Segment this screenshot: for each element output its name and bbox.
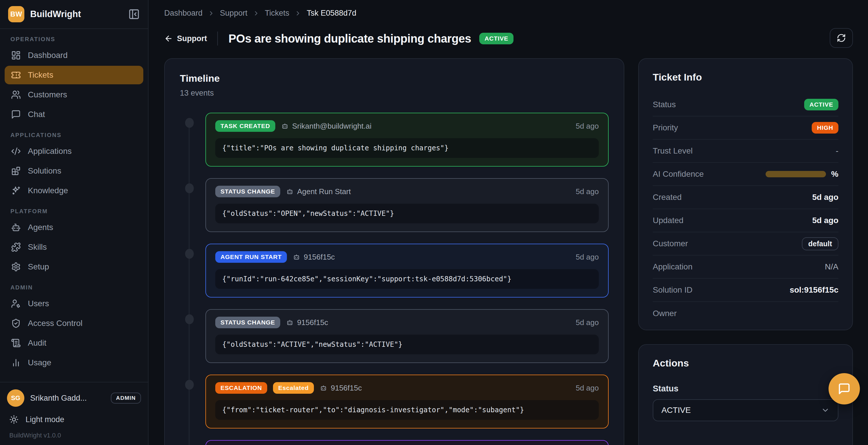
ticket-info-title: Ticket Info: [653, 72, 838, 83]
status-badge: ACTIVE: [804, 99, 838, 110]
app-name: BuildWright: [30, 9, 122, 20]
sidebar-item-label: Access Control: [28, 319, 83, 328]
app-root: BW BuildWright OPERATIONS Dashboard Tick…: [0, 0, 868, 445]
breadcrumb-support[interactable]: Support: [220, 9, 247, 18]
sidebar-item-label: Chat: [28, 110, 45, 119]
bot-icon: [281, 122, 289, 130]
event-time: 5d ago: [576, 187, 599, 196]
sidebar-item-label: Applications: [28, 147, 72, 156]
user-menu[interactable]: SG Srikanth Gadd... ADMIN: [7, 389, 141, 407]
nav-section-platform: PLATFORM: [5, 208, 143, 215]
sidebar-item-label: Customers: [28, 90, 67, 99]
avatar: SG: [7, 389, 24, 407]
back-button-label: Support: [177, 34, 207, 43]
event-time: 5d ago: [576, 122, 599, 131]
sidebar-item-setup[interactable]: Setup: [5, 258, 143, 276]
status-field-label: Status: [653, 384, 838, 393]
info-row-status: Status ACTIVE: [653, 93, 838, 116]
chat-bubble-icon: [838, 382, 850, 395]
app-logo: BW: [8, 6, 24, 22]
back-button[interactable]: Support: [164, 34, 207, 43]
event-type-badge: AGENT RUN START: [215, 251, 287, 263]
user-name: Srikanth Gadd...: [30, 394, 105, 403]
timeline-count: 13 events: [180, 89, 609, 98]
users-icon: [11, 90, 21, 100]
info-row-priority: Priority HIGH: [653, 116, 838, 140]
breadcrumb-tickets[interactable]: Tickets: [265, 9, 289, 18]
sidebar-item-agents[interactable]: Agents: [5, 218, 143, 237]
sidebar-item-customers[interactable]: Customers: [5, 85, 143, 104]
sidebar-item-usage[interactable]: Usage: [5, 353, 143, 372]
sidebar-item-tickets[interactable]: Tickets: [5, 66, 143, 84]
event-actor: 9156f15c: [304, 253, 335, 262]
event-type-badge: STATUS CHANGE: [215, 186, 280, 197]
sidebar-header: BW BuildWright: [0, 0, 148, 29]
chevron-right-icon: [253, 10, 260, 17]
breadcrumb-dashboard[interactable]: Dashboard: [164, 9, 203, 18]
event-type-badge: ESCALATION: [215, 382, 267, 394]
shield-check-icon: [11, 318, 21, 328]
ticket-info-panel: Ticket Info Status ACTIVE Priority HIGH …: [638, 58, 853, 330]
event-payload: {"oldStatus":"OPEN","newStatus":"ACTIVE"…: [215, 204, 599, 224]
info-row-solution-id: Solution ID sol:9156f15c: [653, 279, 838, 302]
breadcrumb: Dashboard Support Tickets Tsk E0588d7d: [149, 0, 868, 18]
event-time: 5d ago: [576, 253, 599, 262]
blocks-icon: [11, 166, 21, 176]
event-actor: Agent Run Start: [297, 187, 351, 196]
event-payload: {"title":"POs are showing duplicate ship…: [215, 138, 599, 158]
sidebar-item-skills[interactable]: Skills: [5, 238, 143, 256]
timeline-dot: [185, 118, 194, 128]
sidebar-item-label: Users: [28, 299, 49, 308]
chevron-right-icon: [294, 10, 302, 17]
sidebar-item-chat[interactable]: Chat: [5, 105, 143, 124]
bot-icon: [286, 188, 293, 195]
timeline-dot: [185, 183, 194, 193]
app-version: BuildWright v1.0.0: [9, 432, 141, 439]
sun-icon: [9, 415, 19, 424]
sidebar-item-label: Usage: [28, 358, 51, 367]
refresh-icon: [837, 33, 846, 43]
chat-fab-button[interactable]: [829, 373, 860, 405]
sidebar-collapse-button[interactable]: [128, 8, 140, 20]
scroll-icon: [11, 338, 21, 348]
sidebar-item-label: Tickets: [28, 70, 53, 80]
role-badge: ADMIN: [111, 392, 141, 404]
sidebar-item-dashboard[interactable]: Dashboard: [5, 46, 143, 65]
event-type-badge: TASK CREATED: [215, 120, 275, 132]
status-select[interactable]: ACTIVE: [653, 399, 838, 421]
arrow-left-icon: [164, 34, 173, 43]
content-area: Timeline 13 events TASK CREATED Srikanth…: [164, 58, 853, 445]
sidebar-item-access-control[interactable]: Access Control: [5, 314, 143, 333]
timeline-title: Timeline: [180, 73, 609, 84]
escalated-badge: Escalated: [273, 382, 314, 394]
confidence-bar: [766, 171, 826, 177]
timeline-event-status-change: STATUS CHANGE Agent Run Start 5d ago {"o…: [206, 178, 609, 232]
info-row-application: Application N/A: [653, 255, 838, 279]
bot-icon: [320, 384, 327, 392]
sidebar-footer: SG Srikanth Gadd... ADMIN Light mode Bui…: [0, 382, 148, 445]
refresh-button[interactable]: [830, 28, 853, 48]
nav-section-admin: ADMIN: [5, 284, 143, 291]
sidebar-item-applications[interactable]: Applications: [5, 142, 143, 161]
code-icon: [11, 146, 21, 156]
chat-icon: [11, 109, 21, 119]
sidebar: BW BuildWright OPERATIONS Dashboard Tick…: [0, 0, 149, 445]
sidebar-item-solutions[interactable]: Solutions: [5, 162, 143, 180]
timeline-event-subagent-start: SUBAGENT START 9156f15c 5d ago: [206, 440, 609, 445]
sidebar-item-audit[interactable]: Audit: [5, 334, 143, 352]
info-row-trust-level: Trust Level -: [653, 140, 838, 163]
actions-title: Actions: [653, 357, 838, 369]
sidebar-item-label: Solutions: [28, 166, 61, 176]
sidebar-item-users[interactable]: Users: [5, 294, 143, 313]
main-content: Dashboard Support Tickets Tsk E0588d7d S…: [149, 0, 868, 445]
chevron-down-icon: [821, 406, 830, 415]
puzzle-icon: [11, 242, 21, 252]
nav-section-applications: APPLICATIONS: [5, 132, 143, 138]
event-actor: Srikanth@buildwright.ai: [292, 122, 372, 131]
sidebar-item-knowledge[interactable]: Knowledge: [5, 181, 143, 200]
theme-toggle[interactable]: Light mode: [9, 415, 141, 424]
ticket-icon: [11, 70, 21, 80]
priority-badge: HIGH: [812, 122, 838, 134]
divider: [217, 32, 218, 45]
panel-collapse-icon: [128, 8, 140, 20]
